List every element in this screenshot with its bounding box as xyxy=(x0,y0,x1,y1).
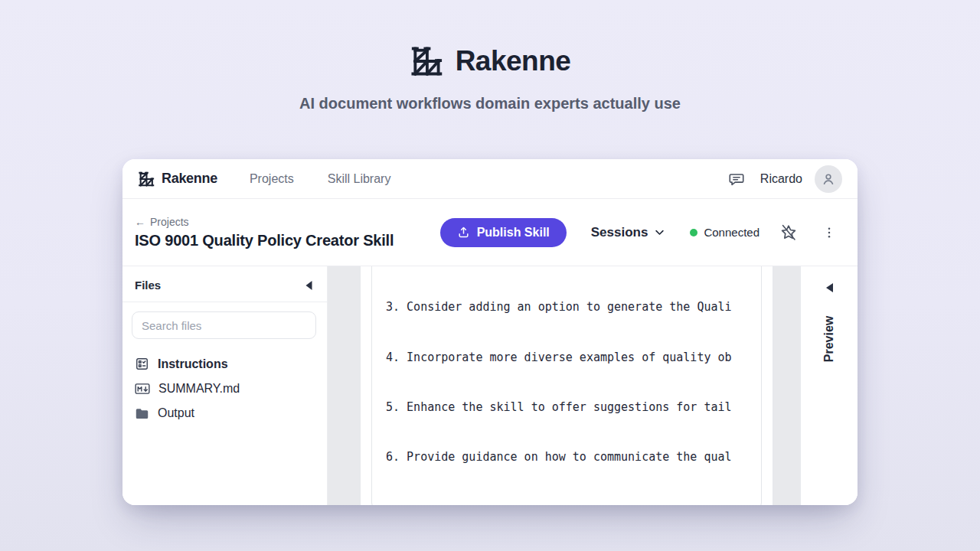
nav-link-skill-library[interactable]: Skill Library xyxy=(328,172,391,186)
code-line: 5. Enhance the skill to offer suggestion… xyxy=(386,399,761,416)
more-options-button[interactable] xyxy=(819,223,839,243)
sessions-dropdown[interactable]: Sessions xyxy=(591,225,666,240)
search-files-input[interactable] xyxy=(132,311,316,339)
rakenne-logo-icon xyxy=(410,44,443,78)
nav-link-projects[interactable]: Projects xyxy=(250,172,294,186)
back-arrow-icon: ← xyxy=(135,216,145,228)
publish-skill-button[interactable]: Publish Skill xyxy=(440,218,567,247)
skill-toolbar: ← Projects ISO 9001 Quality Policy Creat… xyxy=(122,199,858,266)
app-window: Rakenne Projects Skill Library Ricardo xyxy=(122,159,858,505)
files-sidebar: Files xyxy=(122,266,328,505)
expand-preview-icon xyxy=(826,283,833,292)
session-content[interactable]: 3. Consider adding an option to generate… xyxy=(328,266,800,505)
breadcrumb-label: Projects xyxy=(150,216,189,228)
sessions-label: Sessions xyxy=(591,225,648,240)
file-item-output[interactable]: Output xyxy=(122,401,327,425)
folder-icon xyxy=(135,407,149,420)
rakenne-logo-icon xyxy=(138,171,155,187)
connection-status: Connected xyxy=(690,226,760,239)
markdown-icon xyxy=(135,383,150,395)
file-item-summary[interactable]: SUMMARY.md xyxy=(122,377,327,401)
preview-label: Preview xyxy=(822,316,836,362)
hero-section: Rakenne AI document workflows domain exp… xyxy=(0,44,980,112)
file-name: Instructions xyxy=(158,357,228,371)
upload-icon xyxy=(457,226,470,239)
speech-bubble-icon xyxy=(728,171,745,187)
top-navbar: Rakenne Projects Skill Library Ricardo xyxy=(122,159,858,199)
code-line: 4. Incorporate more diverse examples of … xyxy=(386,350,761,367)
avatar[interactable] xyxy=(815,165,842,193)
file-name: Output xyxy=(158,406,194,420)
status-dot-icon xyxy=(690,229,697,236)
code-block: 3. Consider adding an option to generate… xyxy=(371,266,762,505)
star-off-icon xyxy=(779,223,798,242)
code-line: 6. Provide guidance on how to communicat… xyxy=(386,449,761,466)
unstar-button[interactable] xyxy=(776,220,801,245)
username-label: Ricardo xyxy=(760,172,802,186)
code-line: 3. Consider adding an option to generate… xyxy=(386,299,761,316)
person-icon xyxy=(821,171,836,187)
breadcrumb[interactable]: ← Projects xyxy=(135,216,394,228)
checklist-icon xyxy=(135,357,149,371)
hero-tagline: AI document workflows domain experts act… xyxy=(0,95,980,112)
chevron-down-icon xyxy=(654,227,665,238)
page-title: ISO 9001 Quality Policy Creator Skill xyxy=(135,232,394,249)
hero-title: Rakenne xyxy=(456,45,571,77)
publish-skill-label: Publish Skill xyxy=(477,226,550,240)
nav-brand[interactable]: Rakenne xyxy=(138,171,217,187)
status-label: Connected xyxy=(704,226,760,239)
files-header-label: Files xyxy=(135,279,161,292)
file-list: Instructions SUMMARY.md xyxy=(122,345,327,425)
preview-panel-toggle[interactable]: Preview xyxy=(800,266,858,505)
file-item-instructions[interactable]: Instructions xyxy=(122,351,327,377)
kebab-menu-icon xyxy=(822,226,836,240)
collapse-sidebar-icon[interactable] xyxy=(305,281,313,290)
feedback-chat-button[interactable] xyxy=(725,168,748,191)
report-card: 3. Consider adding an option to generate… xyxy=(360,266,773,505)
file-name: SUMMARY.md xyxy=(158,382,240,396)
nav-brand-label: Rakenne xyxy=(162,171,217,187)
